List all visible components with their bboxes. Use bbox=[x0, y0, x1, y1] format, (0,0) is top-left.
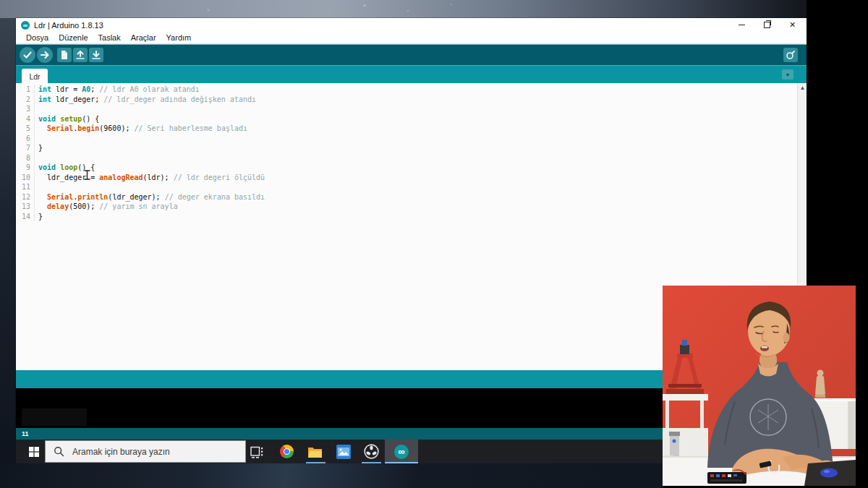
line-number: 9 bbox=[16, 163, 35, 173]
code-text: Serial.begin(9600); // Seri haberlesme b… bbox=[35, 124, 247, 134]
folder-icon bbox=[307, 445, 323, 458]
code-line[interactable]: 10 ldr_deger = analogRead(ldr); // ldr d… bbox=[16, 173, 790, 183]
webcam-overlay bbox=[663, 286, 856, 486]
code-line[interactable]: 14} bbox=[16, 212, 790, 222]
line-number: 2 bbox=[16, 95, 35, 105]
code-line[interactable]: 11 bbox=[16, 182, 790, 192]
desktop-wallpaper-left bbox=[0, 18, 16, 488]
scroll-up-icon[interactable]: ▲ bbox=[798, 85, 807, 91]
code-text bbox=[35, 153, 38, 163]
line-number: 14 bbox=[16, 212, 35, 222]
line-number: 10 bbox=[16, 173, 35, 183]
chrome-icon bbox=[280, 445, 294, 458]
line-number: 7 bbox=[16, 143, 35, 153]
down-arrow-icon bbox=[90, 49, 102, 61]
obs-studio-button[interactable] bbox=[362, 440, 380, 463]
line-number: 8 bbox=[16, 153, 35, 163]
obs-icon bbox=[364, 444, 379, 459]
document-icon bbox=[59, 49, 70, 61]
upload-button[interactable] bbox=[37, 47, 53, 63]
obs-indicator bbox=[362, 462, 381, 463]
code-line[interactable]: 8 bbox=[16, 153, 790, 163]
title-bar[interactable]: ∞ Ldr | Arduino 1.8.13 ✕ bbox=[16, 18, 807, 32]
arduino-indicator bbox=[385, 462, 418, 463]
menu-item-dosya[interactable]: Dosya bbox=[21, 33, 54, 42]
toolbar bbox=[16, 44, 807, 65]
code-text: } bbox=[35, 143, 43, 153]
code-text: ldr_deger = analogRead(ldr); // ldr dege… bbox=[35, 173, 265, 183]
menu-item-yardm[interactable]: Yardım bbox=[161, 33, 197, 42]
arduino-icon: ∞ bbox=[394, 445, 409, 459]
line-number: 3 bbox=[16, 104, 35, 114]
restore-button[interactable] bbox=[754, 18, 780, 32]
tab-bar: Ldr ▼ bbox=[16, 65, 807, 83]
line-number: 1 bbox=[16, 85, 35, 95]
task-view-button[interactable] bbox=[248, 440, 265, 463]
code-text: int ldr_deger; // ldr_deger adında değiş… bbox=[35, 95, 256, 105]
menu-item-dzenle[interactable]: Düzenle bbox=[54, 33, 93, 42]
tab-label: Ldr bbox=[29, 72, 40, 81]
text-cursor-icon bbox=[84, 170, 90, 180]
up-arrow-icon bbox=[75, 49, 86, 61]
minimize-icon bbox=[739, 25, 745, 25]
code-text bbox=[35, 134, 38, 144]
code-text: void setup() { bbox=[35, 114, 99, 124]
windows-logo-icon bbox=[29, 447, 39, 457]
arduino-logo-icon: ∞ bbox=[21, 21, 30, 30]
verify-button[interactable] bbox=[20, 47, 35, 63]
line-number: 12 bbox=[16, 192, 35, 202]
desktop-wallpaper-top bbox=[0, 0, 868, 18]
line-number: 13 bbox=[16, 202, 35, 212]
check-icon bbox=[21, 48, 34, 61]
line-number: 6 bbox=[16, 134, 35, 144]
code-text: delay(500); // yarım sn arayla bbox=[35, 202, 178, 212]
menu-item-aralar[interactable]: Araçlar bbox=[126, 33, 161, 42]
photos-button[interactable] bbox=[335, 440, 352, 463]
code-line[interactable]: 13 delay(500); // yarım sn arayla bbox=[16, 202, 790, 212]
code-line[interactable]: 12 Serial.println(ldr_deger); // deger e… bbox=[16, 192, 790, 202]
menu-bar: DosyaDüzenleTaslakAraçlarYardım bbox=[16, 32, 807, 44]
photos-icon bbox=[336, 445, 351, 459]
line-number: 4 bbox=[16, 114, 35, 124]
close-button[interactable]: ✕ bbox=[780, 18, 805, 32]
code-text: int ldr = A0; // ldr A0 olarak atandı bbox=[35, 85, 200, 95]
code-line[interactable]: 2int ldr_deger; // ldr_deger adında deği… bbox=[16, 95, 790, 105]
start-button[interactable] bbox=[22, 440, 46, 463]
code-line[interactable]: 4void setup() { bbox=[16, 114, 790, 124]
task-view-icon bbox=[250, 445, 264, 459]
menu-item-taslak[interactable]: Taslak bbox=[93, 33, 126, 42]
save-sketch-button[interactable] bbox=[89, 48, 103, 62]
code-line[interactable]: 6 bbox=[16, 134, 790, 144]
file-explorer-button[interactable] bbox=[306, 440, 323, 463]
code-line[interactable]: 9void loop() { bbox=[16, 163, 790, 173]
code-text: } bbox=[35, 212, 43, 222]
line-number: 5 bbox=[16, 124, 35, 134]
line-number: 11 bbox=[16, 182, 35, 192]
file-explorer-indicator bbox=[306, 462, 326, 463]
code-line[interactable]: 7} bbox=[16, 143, 790, 153]
window-title: Ldr | Arduino 1.8.13 bbox=[34, 21, 103, 30]
code-lines: 1int ldr = A0; // ldr A0 olarak atandı2i… bbox=[16, 85, 790, 221]
code-text: Serial.println(ldr_deger); // deger ekra… bbox=[35, 192, 265, 202]
tab-menu-button[interactable]: ▼ bbox=[782, 69, 793, 80]
new-sketch-button[interactable] bbox=[57, 48, 72, 62]
restore-icon bbox=[764, 22, 770, 28]
arduino-taskbar-button[interactable]: ∞ bbox=[385, 440, 418, 463]
code-line[interactable]: 1int ldr = A0; // ldr A0 olarak atandı bbox=[16, 85, 790, 95]
right-arrow-icon bbox=[38, 48, 51, 61]
open-sketch-button[interactable] bbox=[73, 48, 88, 62]
code-text bbox=[35, 104, 38, 114]
search-icon bbox=[54, 446, 64, 457]
code-line[interactable]: 3 bbox=[16, 104, 790, 114]
board-status-text: 11 bbox=[22, 430, 29, 437]
chrome-button[interactable] bbox=[278, 440, 295, 463]
chevron-down-icon: ▼ bbox=[786, 72, 791, 77]
webcam-scene bbox=[663, 286, 856, 486]
code-line[interactable]: 5 Serial.begin(9600); // Seri haberlesme… bbox=[16, 124, 790, 134]
taskbar-search-box[interactable] bbox=[45, 440, 246, 463]
magnifier-icon bbox=[785, 49, 796, 61]
search-input[interactable] bbox=[71, 446, 233, 458]
minimize-button[interactable] bbox=[729, 18, 754, 32]
tab-ldr[interactable]: Ldr bbox=[22, 69, 48, 84]
serial-monitor-button[interactable] bbox=[783, 48, 798, 62]
